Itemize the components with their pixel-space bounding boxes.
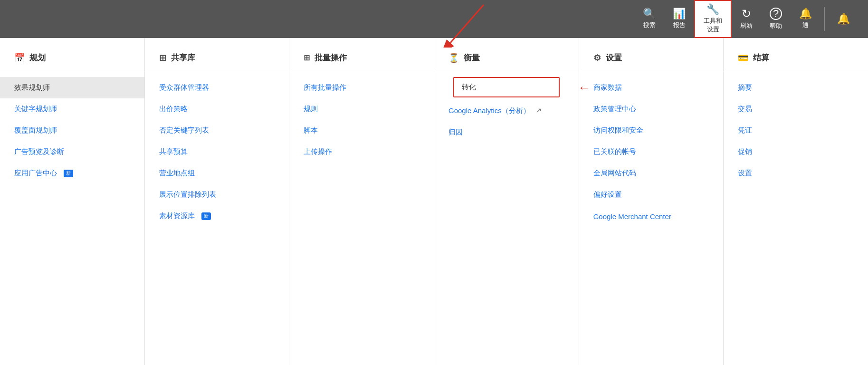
nav-tools-label: 工具和 设置 (704, 17, 722, 34)
item-shared-budget[interactable]: 共享预算 (145, 141, 289, 163)
item-promotions[interactable]: 促销 (724, 141, 868, 163)
item-google-analytics[interactable]: Google Analytics（分析） ↗ (434, 99, 579, 122)
col-planning: 📅 规划 效果规划师 关键字规划师 覆盖面规划师 广告预览及诊断 应用广告中心 … (0, 38, 145, 365)
item-performance-planner[interactable]: 效果规划师 (0, 77, 144, 98)
item-negative-keywords[interactable]: 否定关键字列表 (145, 120, 289, 141)
red-arrow: ← (578, 80, 591, 95)
help-icon: ? (770, 8, 782, 20)
bulk-header-icon: ⊞ (304, 53, 310, 62)
col-settings: ⚙ 设置 商家数据 政策管理中心 访问权限和安全 已关联的帐号 全局网站代码 偏… (579, 38, 724, 365)
external-link-icon: ↗ (536, 106, 542, 115)
item-audience-manager[interactable]: 受众群体管理器 (145, 77, 289, 98)
settings-header-label: 设置 (606, 52, 622, 63)
item-keyword-planner[interactable]: 关键字规划师 (0, 98, 144, 120)
item-asset-library[interactable]: 素材资源库 新 (145, 205, 289, 227)
item-linked-accounts[interactable]: 已关联的帐号 (579, 141, 724, 163)
nav-search[interactable]: 🔍 搜索 (634, 9, 664, 29)
nav-refresh-label: 刷新 (740, 21, 753, 30)
settings-header-icon: ⚙ (593, 53, 601, 63)
item-all-bulk[interactable]: 所有批量操作 (289, 77, 434, 98)
nav-tools[interactable]: 🔧 工具和 设置 (694, 0, 732, 38)
bell2-icon: 🔔 (837, 14, 850, 24)
col-measurement: ⏳ 衡量 转化 ← Google Analytics（分析） ↗ 归因 (434, 38, 579, 365)
col-billing-header: 💳 结算 (724, 48, 868, 72)
billing-header-label: 结算 (753, 52, 769, 63)
asset-library-label: 素材资源库 (159, 211, 195, 221)
nav-notifications[interactable]: 🔔 通 (791, 9, 820, 29)
item-app-campaigns[interactable]: 应用广告中心 新 (0, 163, 144, 184)
item-location-groups[interactable]: 营业地点组 (145, 163, 289, 184)
nav-notifications-label: 通 (802, 21, 809, 29)
col-planning-header: 📅 规划 (0, 48, 144, 72)
item-preferences[interactable]: 偏好设置 (579, 184, 724, 205)
shared-header-icon: ⊞ (159, 53, 166, 63)
measurement-header-label: 衡量 (464, 52, 480, 63)
item-reach-planner[interactable]: 覆盖面规划师 (0, 120, 144, 141)
item-transactions[interactable]: 交易 (724, 98, 868, 120)
planning-header-icon: 📅 (14, 53, 25, 63)
item-uploads[interactable]: 上传操作 (289, 141, 434, 163)
item-conversion[interactable]: 转化 (453, 77, 560, 97)
nav-notifications2[interactable]: 🔔 (829, 14, 858, 24)
item-vouchers[interactable]: 凭证 (724, 120, 868, 141)
item-billing-settings[interactable]: 设置 (724, 163, 868, 184)
col-measurement-header: ⏳ 衡量 (434, 48, 579, 72)
measurement-header-icon: ⏳ (448, 53, 459, 63)
item-placement-exclusions[interactable]: 展示位置排除列表 (145, 184, 289, 205)
item-policy-center[interactable]: 政策管理中心 (579, 98, 724, 120)
bulk-header-label: 批量操作 (315, 52, 347, 63)
nav-refresh[interactable]: ↻ 刷新 (732, 8, 761, 30)
item-summary[interactable]: 摘要 (724, 77, 868, 98)
conversion-label: 转化 (462, 83, 476, 92)
shared-header-label: 共享库 (171, 52, 195, 63)
reports-icon: 📊 (673, 9, 686, 19)
search-icon: 🔍 (643, 9, 656, 19)
item-scripts[interactable]: 脚本 (289, 120, 434, 141)
nav-help[interactable]: ? 帮助 (761, 8, 791, 30)
item-google-merchant-center[interactable]: Google Merchant Center (579, 205, 724, 228)
item-global-site-tag[interactable]: 全局网站代码 (579, 163, 724, 184)
item-attribution[interactable]: 归因 (434, 122, 579, 143)
menu-area: 📅 规划 效果规划师 关键字规划师 覆盖面规划师 广告预览及诊断 应用广告中心 … (0, 38, 868, 365)
top-nav: 🔍 搜索 📊 报告 🔧 工具和 设置 ↻ 刷新 ? 帮助 🔔 通 🔔 (0, 0, 868, 38)
nav-search-label: 搜索 (643, 21, 656, 29)
nav-help-label: 帮助 (770, 22, 782, 30)
col-bulk-header: ⊞ 批量操作 (289, 48, 434, 72)
refresh-icon: ↻ (742, 8, 751, 19)
planning-header-label: 规划 (29, 52, 46, 63)
item-rules[interactable]: 规则 (289, 98, 434, 120)
item-merchant-data[interactable]: 商家数据 (579, 77, 724, 98)
col-billing: 💳 结算 摘要 交易 凭证 促销 设置 (724, 38, 868, 365)
col-settings-header: ⚙ 设置 (579, 48, 724, 72)
col-bulk-actions: ⊞ 批量操作 所有批量操作 规则 脚本 上传操作 (289, 38, 434, 365)
item-bid-strategy[interactable]: 出价策略 (145, 98, 289, 120)
app-campaigns-badge: 新 (64, 170, 73, 177)
ga-label: Google Analytics（分析） (448, 106, 530, 115)
billing-header-icon: 💳 (738, 53, 748, 63)
asset-library-badge: 新 (201, 212, 211, 220)
app-campaigns-label: 应用广告中心 (14, 169, 57, 178)
nav-reports-label: 报告 (673, 21, 686, 29)
col-shared-library: ⊞ 共享库 受众群体管理器 出价策略 否定关键字列表 共享预算 营业地点组 展示… (145, 38, 290, 365)
tools-icon: 🔧 (706, 4, 719, 15)
item-ad-preview[interactable]: 广告预览及诊断 (0, 141, 144, 163)
col-shared-header: ⊞ 共享库 (145, 48, 289, 72)
nav-divider (824, 7, 825, 31)
bell-icon: 🔔 (799, 9, 812, 19)
nav-reports[interactable]: 📊 报告 (664, 9, 694, 29)
item-access-security[interactable]: 访问权限和安全 (579, 120, 724, 141)
